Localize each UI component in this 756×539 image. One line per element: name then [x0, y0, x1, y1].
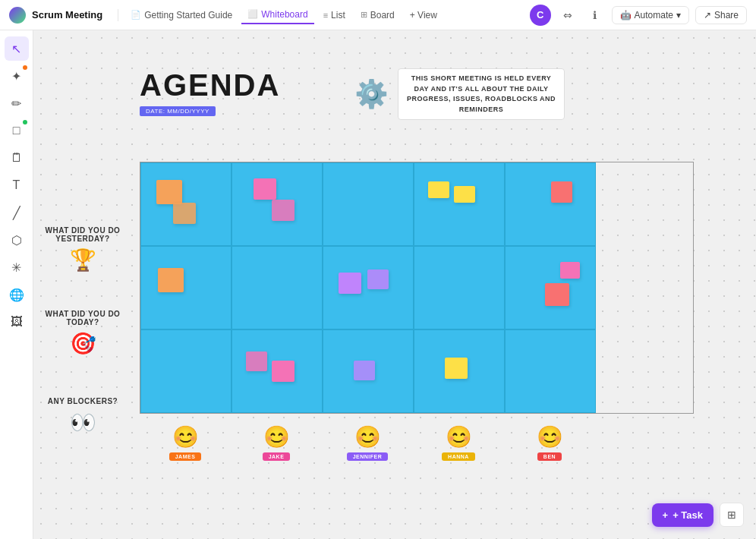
gear-emoji: ⚙️	[352, 75, 390, 113]
avatar-ben: 😊 BEN	[504, 424, 595, 461]
sticky-note[interactable]	[354, 361, 375, 380]
date-badge: DATE: MM/DD/YYYY	[140, 106, 216, 116]
cell-2-0	[140, 329, 232, 413]
grid-icon: ⊞	[727, 509, 736, 521]
label-blockers: ANY BLOCKERS? 👀	[33, 374, 132, 458]
avatar-row: 😊 JAMES 😊 JAKE 😊 JENNIFER 😊 HANNA	[140, 424, 694, 461]
sidebar-note-tool[interactable]: 🗒	[5, 146, 29, 170]
jake-emoji: 😊	[263, 424, 290, 449]
sticky-note[interactable]	[339, 273, 361, 294]
whiteboard-tab-icon: ⬜	[247, 9, 258, 19]
sidebar-shape-tool[interactable]: □	[5, 118, 29, 143]
cell-2-2	[323, 329, 414, 413]
share-label: Share	[714, 10, 739, 20]
sidebar-globe-tool[interactable]: 🌐	[5, 282, 29, 307]
sticky-note[interactable]	[454, 186, 475, 203]
sticky-note[interactable]	[158, 268, 184, 292]
label-yesterday-text: WHAT DID YOU DO YESTERDAY?	[33, 226, 132, 243]
list-icon: ≡	[323, 11, 328, 20]
doc-icon: 📄	[131, 10, 141, 20]
sticky-grid	[140, 162, 694, 414]
ben-badge: BEN	[537, 452, 562, 461]
tab-whiteboard-label: Whiteboard	[261, 9, 307, 20]
avatar[interactable]: C	[530, 5, 551, 26]
sidebar-image-tool[interactable]: 🖼	[5, 310, 29, 334]
bottom-toolbar: + + Task ⊞	[652, 503, 744, 527]
grid-apps-button[interactable]: ⊞	[720, 503, 744, 527]
cell-0-3	[414, 162, 505, 246]
app-title: Scrum Meeting	[32, 9, 102, 20]
avatar-jake: 😊 JAKE	[231, 424, 322, 461]
sidebar-ai-tool[interactable]: ✳	[5, 255, 29, 279]
whiteboard-content: AGENDA DATE: MM/DD/YYYY ⚙️ THIS SHORT ME…	[140, 68, 694, 461]
cell-2-4	[505, 329, 596, 413]
avatar-hanna: 😊 HANNA	[413, 424, 504, 461]
cell-0-4	[505, 162, 596, 246]
tab-view[interactable]: + View	[404, 7, 443, 24]
target-icon: 🎯	[70, 331, 96, 356]
jennifer-badge: JENNIFER	[347, 452, 389, 461]
automate-chevron: ▾	[676, 10, 681, 20]
task-label: + Task	[673, 509, 703, 521]
grid-container: WHAT DID YOU DO YESTERDAY? 🏆 WHAT DID YO…	[140, 162, 694, 461]
hanna-emoji: 😊	[446, 424, 472, 449]
jennifer-emoji: 😊	[354, 424, 381, 449]
topbar: Scrum Meeting 📄 Getting Started Guide ⬜ …	[0, 0, 756, 30]
sticky-note[interactable]	[272, 361, 295, 382]
cell-0-0	[140, 162, 232, 246]
task-button[interactable]: + + Task	[652, 503, 713, 527]
sticky-note[interactable]	[173, 203, 196, 224]
sticky-note[interactable]	[367, 270, 389, 289]
sticky-note[interactable]	[272, 200, 295, 221]
sidebar-magic-tool[interactable]: ✦	[5, 64, 29, 88]
cell-1-2	[323, 246, 414, 329]
board-icon: ⊞	[361, 10, 367, 20]
tab-getting-started-label: Getting Started Guide	[144, 10, 232, 20]
share-button[interactable]: ↗ Share	[695, 6, 747, 24]
sidebar-line-tool[interactable]: ╱	[5, 200, 29, 225]
cell-2-3	[414, 329, 505, 413]
hanna-badge: HANNA	[442, 452, 475, 461]
sticky-note[interactable]	[156, 180, 182, 204]
tab-board-label: Board	[370, 10, 395, 20]
automate-icon: 🤖	[620, 10, 632, 20]
tab-list[interactable]: ≡ List	[317, 7, 351, 24]
sidebar-connect-tool[interactable]: ⬡	[5, 228, 29, 252]
cell-1-3	[414, 246, 505, 329]
tab-getting-started[interactable]: 📄 Getting Started Guide	[124, 7, 238, 24]
jake-badge: JAKE	[263, 452, 291, 461]
sticky-note[interactable]	[545, 283, 569, 306]
cell-0-1	[232, 162, 323, 246]
sidebar-text-tool[interactable]: T	[5, 173, 29, 197]
sidebar-cursor-tool[interactable]: ↖	[5, 36, 29, 61]
sidebar-pen-tool[interactable]: ✏	[5, 91, 29, 115]
task-plus-icon: +	[663, 509, 669, 521]
sticky-note[interactable]	[551, 181, 572, 203]
share-icon: ↗	[704, 10, 711, 20]
avatar-jennifer: 😊 JENNIFER	[322, 424, 413, 461]
canvas[interactable]: AGENDA DATE: MM/DD/YYYY ⚙️ THIS SHORT ME…	[33, 30, 756, 539]
sticky-note[interactable]	[246, 351, 267, 371]
automate-button[interactable]: 🤖 Automate ▾	[612, 6, 689, 24]
magic-dot	[23, 65, 27, 70]
cell-2-1	[232, 329, 323, 413]
sticky-note[interactable]	[560, 262, 580, 279]
eyes-icon: 👀	[70, 410, 96, 435]
agenda-description: ⚙️ THIS SHORT MEETING IS HELD EVERY DAY …	[352, 68, 565, 120]
sticky-note[interactable]	[445, 358, 468, 379]
cell-1-4	[505, 246, 596, 329]
fit-view-btn[interactable]: ⇔	[557, 5, 578, 26]
sticky-note[interactable]	[254, 178, 276, 200]
nav-separator	[118, 9, 118, 21]
info-btn[interactable]: ℹ	[584, 5, 606, 26]
tab-view-label: + View	[410, 10, 437, 20]
automate-label: Automate	[635, 10, 673, 20]
trophy-icon: 🏆	[70, 247, 96, 273]
sticky-note[interactable]	[428, 181, 449, 198]
tab-whiteboard[interactable]: ⬜ Whiteboard	[241, 6, 313, 24]
topbar-right: C ⇔ ℹ 🤖 Automate ▾ ↗ Share	[530, 5, 747, 26]
cell-1-1	[232, 246, 323, 329]
main-layout: ↖ ✦ ✏ □ 🗒 T ╱ ⬡ ✳ 🌐 🖼 AGENDA DATE: MM/DD…	[0, 30, 756, 539]
agenda-header: AGENDA DATE: MM/DD/YYYY ⚙️ THIS SHORT ME…	[140, 68, 694, 116]
tab-board[interactable]: ⊞ Board	[354, 7, 401, 24]
